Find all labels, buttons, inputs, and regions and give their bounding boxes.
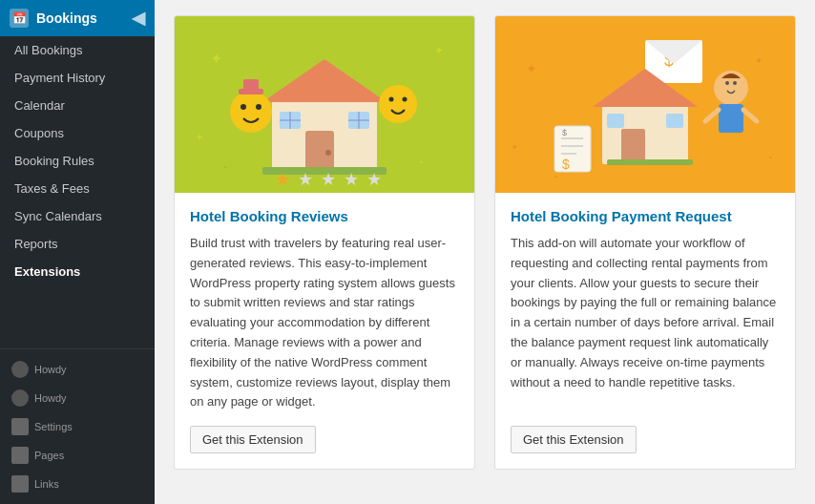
extension-card-payment: ✦ ✦ ✦ • • $ <box>494 15 796 470</box>
footer-label-3: Settings <box>34 421 73 432</box>
get-extension-payment-button[interactable]: Get this Extension <box>511 426 637 453</box>
card-body-payment: Hotel Booking Payment Request This add-o… <box>495 193 795 469</box>
svg-text:✦: ✦ <box>210 51 222 67</box>
collapse-icon[interactable]: ◀ <box>132 8 145 29</box>
svg-point-22 <box>389 97 394 102</box>
svg-point-8 <box>325 150 331 156</box>
svg-line-48 <box>705 110 719 121</box>
sidebar-item-calendar[interactable]: Calendar <box>0 92 155 119</box>
footer-item-1[interactable]: Howdy <box>0 355 155 384</box>
card-image-payment: ✦ ✦ ✦ • • $ <box>495 16 795 193</box>
footer-item-4[interactable]: Pages <box>0 441 155 470</box>
svg-line-49 <box>743 110 757 121</box>
svg-rect-40 <box>607 114 624 128</box>
sidebar-item-extensions[interactable]: Extensions <box>0 258 155 285</box>
svg-point-16 <box>230 91 272 133</box>
card-body-reviews: Hotel Booking Reviews Build trust with t… <box>175 193 474 469</box>
svg-rect-50 <box>554 126 591 172</box>
card-title-payment: Hotel Booking Payment Request <box>511 208 780 224</box>
sidebar-title: Bookings <box>36 10 97 26</box>
svg-text:•: • <box>769 153 772 161</box>
avatar-4 <box>11 447 29 464</box>
svg-rect-42 <box>607 159 693 165</box>
svg-text:★: ★ <box>298 170 313 189</box>
svg-text:•: • <box>554 172 557 180</box>
footer-label-4: Pages <box>34 450 64 461</box>
footer-item-3[interactable]: Settings <box>0 412 155 441</box>
avatar-3 <box>11 418 29 435</box>
svg-point-21 <box>379 85 417 123</box>
sidebar-item-booking-rules[interactable]: Booking Rules <box>0 147 155 175</box>
card-description-reviews: Build trust with travelers by featuring … <box>190 234 459 412</box>
sidebar-item-payment-history[interactable]: Payment History <box>0 64 155 92</box>
footer-label-2: Howdy <box>34 392 67 404</box>
sidebar: 📅 Bookings ◀ All BookingsPayment History… <box>0 0 155 504</box>
get-extension-reviews-button[interactable]: Get this Extension <box>190 426 316 453</box>
svg-text:•: • <box>224 162 227 171</box>
sidebar-item-taxes-fees[interactable]: Taxes & Fees <box>0 175 155 202</box>
svg-point-17 <box>240 104 246 110</box>
card-description-payment: This add-on will automate your workflow … <box>511 234 780 412</box>
sidebar-item-coupons[interactable]: Coupons <box>0 119 155 147</box>
svg-point-23 <box>403 97 408 102</box>
avatar-5 <box>11 475 29 493</box>
svg-rect-41 <box>666 114 683 128</box>
svg-text:✦: ✦ <box>526 61 537 76</box>
extension-card-reviews: ✦ ✦ ✦ • • <box>174 15 475 470</box>
footer-label-5: Links <box>34 478 59 490</box>
svg-point-46 <box>733 81 737 85</box>
sidebar-header: 📅 Bookings ◀ <box>0 0 155 36</box>
svg-text:$: $ <box>562 128 567 137</box>
footer-label-1: Howdy <box>34 364 67 375</box>
svg-rect-47 <box>719 104 743 133</box>
svg-rect-7 <box>305 131 334 169</box>
svg-text:✦: ✦ <box>196 132 203 142</box>
svg-text:✦: ✦ <box>755 55 763 66</box>
svg-rect-20 <box>243 79 259 93</box>
svg-text:★: ★ <box>344 170 359 189</box>
sidebar-nav: All BookingsPayment HistoryCalendarCoupo… <box>0 36 155 348</box>
footer-item-5[interactable]: Links <box>0 470 155 498</box>
svg-text:★: ★ <box>366 170 382 189</box>
svg-text:✦: ✦ <box>434 44 444 57</box>
svg-text:•: • <box>420 158 423 166</box>
extensions-grid: ✦ ✦ ✦ • • <box>174 15 796 470</box>
avatar-2 <box>11 389 29 407</box>
sidebar-item-sync-calendars[interactable]: Sync Calendars <box>0 202 155 230</box>
svg-text:★: ★ <box>321 170 336 189</box>
svg-marker-6 <box>262 59 387 102</box>
card-image-reviews: ✦ ✦ ✦ • • <box>175 16 474 193</box>
sidebar-item-all-bookings[interactable]: All Bookings <box>0 36 155 64</box>
footer-item-2[interactable]: Howdy <box>0 384 155 412</box>
svg-text:✦: ✦ <box>512 143 518 152</box>
sidebar-item-reports[interactable]: Reports <box>0 230 155 258</box>
main-content: ✦ ✦ ✦ • • <box>155 0 815 504</box>
svg-text:$: $ <box>562 157 570 172</box>
svg-text:★: ★ <box>275 170 290 189</box>
svg-point-18 <box>256 104 261 110</box>
avatar-1 <box>11 361 29 378</box>
bookings-icon: 📅 <box>10 9 29 28</box>
svg-rect-39 <box>621 129 645 164</box>
card-title-reviews: Hotel Booking Reviews <box>190 208 459 224</box>
svg-point-45 <box>725 81 729 85</box>
sidebar-footer: Howdy Howdy Settings Pages Links <box>0 348 155 504</box>
